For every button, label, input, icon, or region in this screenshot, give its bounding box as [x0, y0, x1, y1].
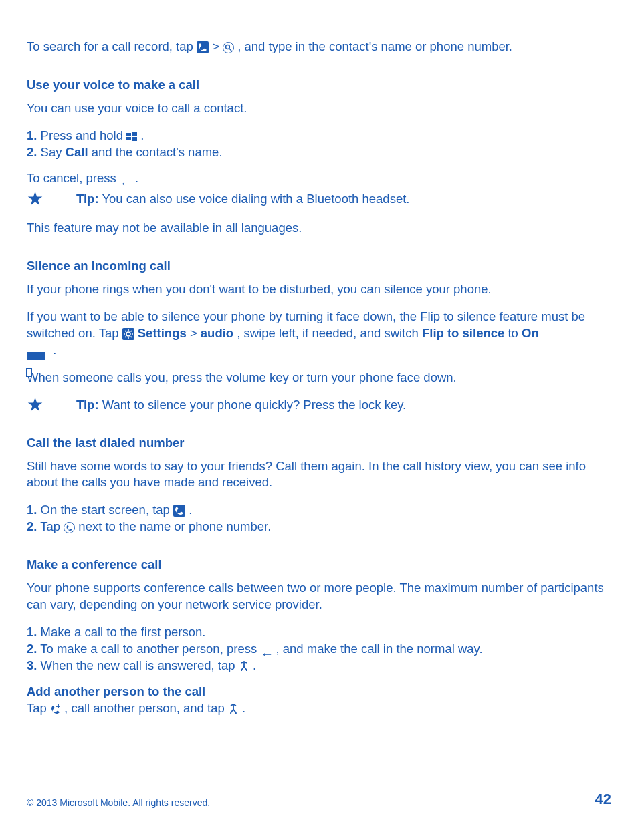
step-number: 3. — [27, 658, 37, 672]
add-person-line: Tap , call another person, and tap . — [27, 700, 611, 717]
add-call-icon — [50, 703, 61, 715]
svg-line-12 — [130, 336, 132, 337]
text: to — [508, 326, 522, 340]
merge-calls-icon — [239, 660, 249, 672]
text: > — [190, 326, 201, 340]
svg-rect-2 — [126, 133, 131, 136]
toggle-on-icon — [27, 347, 49, 357]
tip-label: Tip: — [76, 192, 99, 206]
text: next to the name or phone number. — [78, 519, 271, 533]
text: and the contact's name. — [92, 145, 223, 159]
svg-rect-4 — [126, 137, 131, 140]
flip-label: Flip to silence — [422, 326, 504, 340]
step-number: 2. — [27, 642, 37, 656]
page-number: 42 — [595, 789, 611, 809]
windows-key-icon — [126, 132, 137, 142]
text: , and make the call in the normal way. — [276, 642, 482, 656]
page-footer: © 2013 Microsoft Mobile. All rights rese… — [27, 789, 611, 809]
text: Want to silence your phone quickly? Pres… — [102, 398, 407, 412]
last-dialed-steps: 1. On the start screen, tap . 2. Tap nex… — [27, 502, 611, 535]
cancel-line: To cancel, press . — [27, 170, 611, 187]
text: . — [242, 701, 245, 715]
copyright-text: © 2013 Microsoft Mobile. All rights rese… — [27, 797, 210, 809]
back-icon — [120, 176, 132, 185]
on-label: On — [522, 326, 539, 340]
text: . — [53, 343, 56, 357]
subheading-add-person: Add another person to the call — [27, 684, 611, 700]
text: Tap — [40, 519, 64, 533]
phone-tile-icon — [173, 505, 185, 517]
step-number: 2. — [27, 145, 37, 159]
text: You can also use voice dialing with a Bl… — [102, 192, 409, 206]
silence-flip-setting: If you want to be able to silence your p… — [27, 309, 611, 359]
step-2: 2. Say Call and the contact's name. — [27, 144, 611, 161]
call-keyword: Call — [66, 145, 88, 159]
step-2: 2. Tap next to the name or phone number. — [27, 519, 611, 535]
text: To search for a call record, tap — [27, 39, 197, 53]
settings-tile-icon — [122, 328, 134, 340]
silence-action: When someone calls you, press the volume… — [27, 370, 611, 386]
text: Say — [41, 145, 66, 159]
heading-last-dialed: Call the last dialed number — [27, 435, 611, 452]
step-number: 1. — [27, 128, 37, 142]
tip-content: Tip: You can also use voice dialing with… — [76, 191, 611, 208]
svg-point-6 — [126, 332, 130, 336]
text: , and type in the contact's name or phon… — [237, 39, 512, 53]
settings-label: Settings — [138, 326, 187, 340]
text: Press and hold — [41, 128, 127, 142]
text: On the start screen, tap — [41, 503, 173, 517]
step-1: 1. On the start screen, tap . — [27, 502, 611, 519]
svg-point-0 — [226, 45, 230, 49]
text: , call another person, and tap — [64, 701, 228, 715]
svg-line-14 — [130, 331, 132, 332]
tip-content: Tip: Want to silence your phone quickly?… — [76, 397, 611, 414]
text: . — [253, 658, 256, 672]
svg-line-11 — [125, 331, 126, 332]
text: To make a call to another person, press — [40, 642, 260, 656]
text: . — [189, 503, 192, 517]
heading-silence: Silence an incoming call — [27, 258, 611, 275]
step-number: 2. — [27, 519, 37, 533]
svg-line-13 — [125, 336, 126, 337]
svg-line-1 — [229, 49, 231, 51]
text: Tap — [27, 701, 50, 715]
search-call-record-paragraph: To search for a call record, tap > , and… — [27, 39, 611, 55]
call-icon — [64, 522, 75, 533]
star-icon: ★ — [27, 397, 76, 412]
conference-intro: Your phone supports conference calls bet… — [27, 580, 611, 613]
text: > — [212, 39, 223, 53]
star-icon: ★ — [27, 191, 76, 206]
step-number: 1. — [27, 625, 37, 639]
last-intro: Still have some words to say to your fri… — [27, 458, 611, 492]
text: . — [135, 171, 138, 185]
conference-steps: 1. Make a call to the first person. 2. T… — [27, 624, 611, 674]
document-page: To search for a call record, tap > , and… — [0, 0, 638, 840]
silence-intro: If your phone rings when you don't want … — [27, 281, 611, 298]
step-2: 2. To make a call to another person, pre… — [27, 641, 611, 658]
step-1: 1. Make a call to the first person. — [27, 624, 611, 641]
audio-label: audio — [201, 326, 233, 340]
tip-label: Tip: — [76, 398, 99, 412]
text: , swipe left, if needed, and switch — [237, 326, 422, 340]
heading-use-voice: Use your voice to make a call — [27, 77, 611, 94]
text: . — [140, 128, 144, 142]
step-3: 3. When the new call is answered, tap . — [27, 658, 611, 674]
merge-calls-icon — [228, 703, 239, 715]
voice-intro: You can use your voice to call a contact… — [27, 100, 611, 117]
text: To cancel, press — [27, 171, 120, 185]
svg-rect-5 — [132, 137, 137, 141]
phone-tile-icon — [197, 41, 209, 53]
step-1: 1. Press and hold . — [27, 128, 611, 144]
tip-silence-lock: ★ Tip: Want to silence your phone quickl… — [27, 397, 611, 414]
text: Make a call to the first person. — [41, 625, 206, 639]
svg-rect-3 — [132, 132, 137, 136]
voice-steps: 1. Press and hold . 2. Say Call and the … — [27, 128, 611, 161]
voice-note: This feature may not be available in all… — [27, 220, 611, 237]
step-number: 1. — [27, 503, 37, 517]
tip-voice-bluetooth: ★ Tip: You can also use voice dialing wi… — [27, 191, 611, 208]
text: When the new call is answered, tap — [41, 658, 239, 672]
search-icon — [223, 42, 234, 53]
back-icon — [260, 646, 272, 656]
heading-conference: Make a conference call — [27, 557, 611, 573]
